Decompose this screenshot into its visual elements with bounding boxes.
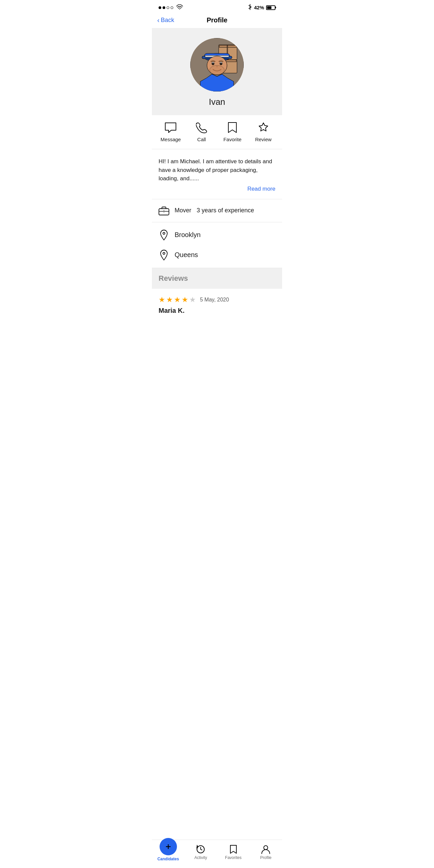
location-section: Brooklyn Queens: [152, 222, 282, 268]
review-icon: [257, 122, 270, 134]
location-icon-1: [159, 230, 169, 240]
action-buttons-row: Message Call Favorite Review: [152, 115, 282, 149]
status-bar: 42%: [152, 0, 282, 14]
review-meta: ★ ★ ★ ★ ★ 5 May, 2020: [159, 296, 275, 304]
svg-point-21: [163, 232, 165, 235]
job-info-row: Mover 3 years of experience: [152, 199, 282, 222]
back-label: Back: [161, 17, 174, 24]
reviews-title: Reviews: [159, 274, 188, 282]
avatar-image: [190, 38, 244, 91]
page-title: Profile: [207, 17, 227, 24]
star-1: ★: [159, 296, 165, 304]
bio-section: HI! I am Michael. I am attentive to deta…: [152, 149, 282, 199]
star-2: ★: [166, 296, 173, 304]
location-text-2: Queens: [175, 251, 198, 259]
avatar: [190, 38, 244, 91]
read-more-container: Read more: [159, 186, 275, 192]
briefcase-icon: [159, 205, 169, 216]
profile-name: Ivan: [209, 97, 225, 107]
star-5: ★: [189, 296, 196, 304]
svg-point-0: [179, 9, 180, 9]
favorite-button[interactable]: Favorite: [217, 122, 248, 142]
bluetooth-icon: [248, 4, 252, 11]
read-more-button[interactable]: Read more: [247, 186, 275, 192]
message-button[interactable]: Message: [155, 122, 186, 142]
call-button[interactable]: Call: [186, 122, 217, 142]
svg-point-18: [221, 63, 222, 64]
location-icon-2: [159, 250, 169, 260]
signal-dot-4: [170, 6, 173, 9]
svg-rect-20: [163, 210, 164, 212]
location-row-2: Queens: [152, 245, 282, 265]
reviews-header: Reviews: [152, 268, 282, 289]
star-rating: ★ ★ ★ ★ ★: [159, 296, 196, 304]
status-left: [159, 4, 183, 11]
signal-dot-1: [159, 6, 161, 9]
message-icon: [164, 122, 177, 134]
favorite-label: Favorite: [223, 136, 241, 142]
status-right: 42%: [248, 4, 275, 11]
call-label: Call: [197, 136, 206, 142]
call-icon: [196, 122, 208, 134]
location-text-1: Brooklyn: [175, 231, 200, 239]
back-chevron-icon: ‹: [157, 17, 160, 24]
nav-header: ‹ Back Profile: [152, 14, 282, 28]
battery-icon: [266, 5, 275, 10]
battery-fill: [267, 6, 271, 9]
back-button[interactable]: ‹ Back: [157, 17, 174, 24]
location-row-1: Brooklyn: [152, 225, 282, 245]
profile-header: Ivan: [152, 28, 282, 115]
bio-text: HI! I am Michael. I am attentive to deta…: [159, 157, 275, 183]
review-date: 5 May, 2020: [200, 297, 229, 303]
svg-point-22: [163, 252, 165, 254]
job-content: Mover 3 years of experience: [175, 207, 275, 214]
signal-dot-3: [166, 6, 169, 9]
reviewer-name: Maria K.: [159, 307, 275, 314]
signal-dots: [159, 6, 173, 9]
svg-point-17: [213, 63, 214, 64]
job-title: Mover: [175, 207, 191, 214]
review-label: Review: [255, 136, 271, 142]
review-button[interactable]: Review: [248, 122, 279, 142]
review-card: ★ ★ ★ ★ ★ 5 May, 2020 Maria K.: [152, 289, 282, 321]
star-4: ★: [182, 296, 188, 304]
svg-point-12: [210, 65, 224, 75]
signal-dot-2: [163, 6, 165, 9]
battery-percentage: 42%: [254, 5, 264, 10]
favorite-icon: [226, 122, 238, 134]
wifi-icon: [176, 4, 183, 11]
bottom-spacer: [152, 321, 282, 348]
job-experience: 3 years of experience: [197, 207, 254, 214]
message-label: Message: [161, 136, 181, 142]
star-3: ★: [174, 296, 181, 304]
